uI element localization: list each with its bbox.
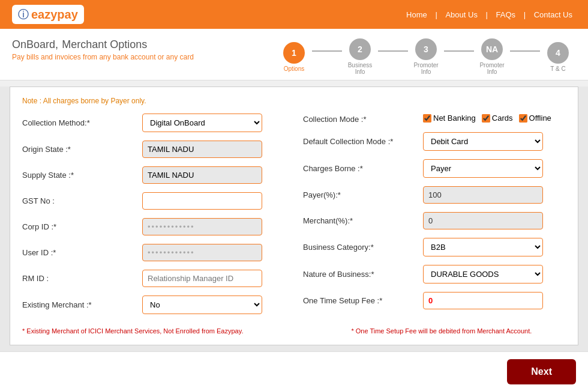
note: Note : All charges borne by Payer only. xyxy=(22,97,566,105)
step-3: 3 Promoter Info xyxy=(408,38,444,75)
existing-merchant-label: Existing Merchant :* xyxy=(22,300,142,309)
collection-method-label: Collection Method:* xyxy=(22,118,142,127)
offline-label: Offline xyxy=(529,114,551,123)
default-collection-row: Default Collection Mode :* Debit Card xyxy=(303,132,566,151)
nav-faq[interactable]: FAQs xyxy=(496,10,516,19)
step-2-label: Business Info xyxy=(342,62,378,75)
checkbox-cards: Cards xyxy=(482,114,513,123)
net-banking-checkbox[interactable] xyxy=(423,114,431,123)
default-collection-select[interactable]: Debit Card xyxy=(423,132,543,151)
step-4: 4 T & C xyxy=(540,42,576,72)
user-id-row: User ID :* xyxy=(22,244,285,261)
logo: ⓘ eazypay xyxy=(12,5,84,24)
corp-id-label: Corp ID :* xyxy=(22,222,142,231)
charges-borne-select[interactable]: Payer xyxy=(423,159,543,178)
step-connector-4 xyxy=(510,50,540,52)
step-3-label: Promoter Info xyxy=(408,62,444,75)
default-collection-label: Default Collection Mode :* xyxy=(303,137,423,146)
nav-home[interactable]: Home xyxy=(406,10,427,19)
right-column: Collection Mode :* Net Banking Cards xyxy=(285,114,566,323)
right-footnote: * One Time Setup Fee will be debited fro… xyxy=(267,326,532,335)
logo-icon: ⓘ xyxy=(18,7,29,22)
business-category-select[interactable]: B2B B2C xyxy=(423,238,543,256)
collection-method-select[interactable]: Digital OnBoard xyxy=(142,114,262,132)
checkbox-net-banking: Net Banking xyxy=(423,114,476,123)
header: ⓘ eazypay Home | About Us | FAQs | Conta… xyxy=(0,0,588,29)
logo-text: eazypay xyxy=(31,8,78,22)
step-na-circle: NA xyxy=(481,38,503,60)
step-1-label: Options xyxy=(276,65,312,72)
step-na-label: Promoter Info xyxy=(474,62,510,75)
payer-pct-value: 100 xyxy=(423,186,543,204)
supply-state-input[interactable] xyxy=(142,166,262,184)
nav-links: Home | About Us | FAQs | Contact Us xyxy=(403,10,576,19)
origin-state-input[interactable] xyxy=(142,141,262,158)
merchant-pct-label: Merchant(%):* xyxy=(303,216,423,225)
form-section: Note : All charges borne by Payer only. … xyxy=(10,86,578,345)
step-4-label: T & C xyxy=(540,65,576,72)
step-1-circle: 1 xyxy=(283,42,305,64)
nature-of-business-select[interactable]: DURABLE GOODS xyxy=(423,265,543,283)
cards-label: Cards xyxy=(492,114,513,123)
checkbox-offline: Offline xyxy=(519,114,551,123)
merchant-pct-value: 0 xyxy=(423,212,543,229)
collection-mode-options: Net Banking Cards Offline xyxy=(423,114,551,123)
business-category-label: Business Category:* xyxy=(303,243,423,252)
merchant-pct-row: Merchant(%):* 0 xyxy=(303,212,566,229)
step-connector-3 xyxy=(444,50,474,52)
next-button[interactable]: Next xyxy=(507,359,576,384)
nav-about[interactable]: About Us xyxy=(445,10,477,19)
page-header: OnBoard, Merchant Options Pay bills and … xyxy=(0,29,588,80)
left-footnote: * Existing Merchant of ICICI Merchant Se… xyxy=(22,326,243,335)
step-na: NA Promoter Info xyxy=(474,38,510,75)
user-id-input[interactable] xyxy=(142,244,262,261)
step-connector-1 xyxy=(312,50,342,52)
user-id-label: User ID :* xyxy=(22,248,142,257)
rm-id-row: RM ID : xyxy=(22,270,285,287)
form-columns: Collection Method:* Digital OnBoard Orig… xyxy=(22,114,566,323)
page-title-area: OnBoard, Merchant Options Pay bills and … xyxy=(12,36,194,61)
nature-of-business-label: Nature of Business:* xyxy=(303,270,423,279)
left-column: Collection Method:* Digital OnBoard Orig… xyxy=(22,114,285,323)
payer-pct-row: Payer(%):* 100 xyxy=(303,186,566,204)
step-connector-2 xyxy=(378,50,408,52)
offline-checkbox[interactable] xyxy=(519,114,527,123)
one-time-setup-row: One Time Setup Fee :* 0 xyxy=(303,292,566,309)
corp-id-row: Corp ID :* xyxy=(22,218,285,235)
net-banking-label: Net Banking xyxy=(433,114,476,123)
footer: Next xyxy=(0,351,588,385)
origin-state-label: Origin State :* xyxy=(22,145,142,154)
gst-no-input[interactable] xyxy=(142,192,262,210)
step-2-circle: 2 xyxy=(349,38,371,60)
corp-id-input[interactable] xyxy=(142,218,262,235)
main-container: Note : All charges borne by Payer only. … xyxy=(0,86,588,385)
one-time-note: * One Time Setup Fee will be debited fro… xyxy=(351,327,532,335)
charges-borne-row: Charges Borne :* Payer xyxy=(303,159,566,178)
cards-checkbox[interactable] xyxy=(482,114,490,123)
nav-contact[interactable]: Contact Us xyxy=(534,10,572,19)
one-time-setup-value: 0 xyxy=(423,292,543,309)
origin-state-row: Origin State :* xyxy=(22,141,285,158)
steps: 1 Options 2 Business Info 3 Promoter Inf… xyxy=(276,36,576,75)
payer-pct-label: Payer(%):* xyxy=(303,190,423,199)
collection-method-row: Collection Method:* Digital OnBoard xyxy=(22,114,285,132)
existing-merchant-note: * Existing Merchant of ICICI Merchant Se… xyxy=(22,327,243,335)
supply-state-label: Supply State :* xyxy=(22,171,142,180)
business-category-row: Business Category:* B2B B2C xyxy=(303,238,566,256)
step-1: 1 Options xyxy=(276,42,312,72)
gst-no-label: GST No : xyxy=(22,196,142,205)
step-2: 2 Business Info xyxy=(342,38,378,75)
rm-id-input[interactable] xyxy=(142,270,262,287)
rm-id-label: RM ID : xyxy=(22,274,142,283)
step-4-circle: 4 xyxy=(547,42,569,64)
nature-of-business-row: Nature of Business:* DURABLE GOODS xyxy=(303,265,566,283)
existing-merchant-row: Existing Merchant :* No Yes xyxy=(22,296,285,314)
one-time-setup-label: One Time Setup Fee :* xyxy=(303,296,423,305)
gst-no-row: GST No : xyxy=(22,192,285,210)
charges-borne-label: Charges Borne :* xyxy=(303,164,423,173)
supply-state-row: Supply State :* xyxy=(22,166,285,184)
step-3-circle: 3 xyxy=(415,38,437,60)
existing-merchant-select[interactable]: No Yes xyxy=(142,296,262,314)
footnotes: * Existing Merchant of ICICI Merchant Se… xyxy=(22,326,566,335)
collection-mode-row: Collection Mode :* Net Banking Cards xyxy=(303,114,566,124)
